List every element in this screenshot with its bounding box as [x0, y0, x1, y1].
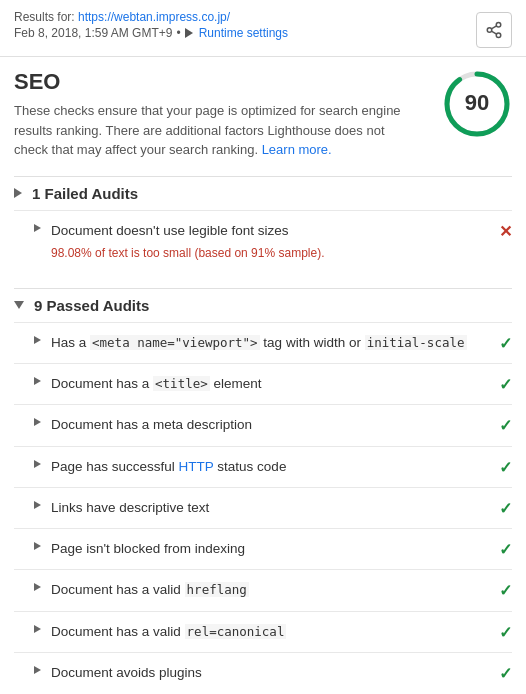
audit-chevron-icon — [34, 666, 41, 674]
failed-section-header[interactable]: 1 Failed Audits — [14, 176, 512, 210]
audit-text: Document doesn't use legible font sizes … — [51, 221, 489, 262]
audit-text-canonical: Document has a valid rel=canonical — [51, 622, 489, 642]
audit-status-fail: ✕ — [499, 222, 512, 241]
code-title: <title> — [153, 376, 210, 391]
header: Results for: https://webtan.impress.co.j… — [0, 0, 526, 57]
results-for-line: Results for: https://webtan.impress.co.j… — [14, 10, 466, 24]
audit-status-pass: ✓ — [499, 375, 512, 394]
audit-label: Document doesn't use legible font sizes — [51, 221, 489, 241]
share-button[interactable] — [476, 12, 512, 48]
audit-error-detail: 98.08% of text is too small (based on 91… — [51, 244, 489, 262]
results-url[interactable]: https://webtan.impress.co.jp/ — [78, 10, 230, 24]
seo-description-text: These checks ensure that your page is op… — [14, 103, 401, 157]
chevron-down-icon — [14, 301, 24, 309]
audit-chevron-icon — [34, 542, 41, 550]
separator: • — [176, 26, 180, 40]
audit-text-hreflang: Document has a valid hreflang — [51, 580, 489, 600]
svg-point-2 — [496, 33, 501, 38]
check-icon: ✓ — [499, 459, 512, 476]
audit-item-meta-desc: Document has a meta description ✓ — [14, 404, 512, 445]
audit-status-pass: ✓ — [499, 416, 512, 435]
passed-section-title: 9 Passed Audits — [34, 297, 149, 314]
passed-section-header[interactable]: 9 Passed Audits — [14, 288, 512, 322]
code-meta-viewport: <meta name="viewport"> — [90, 335, 260, 350]
timestamp-text: Feb 8, 2018, 1:59 AM GMT+9 — [14, 26, 172, 40]
audit-text-meta-desc: Document has a meta description — [51, 415, 489, 435]
audit-chevron-icon — [34, 336, 41, 344]
audit-status-pass: ✓ — [499, 458, 512, 477]
svg-point-1 — [487, 28, 492, 33]
audit-item-plugins: Document avoids plugins ✓ — [14, 652, 512, 693]
check-icon: ✓ — [499, 376, 512, 393]
audit-text-title: Document has a <title> element — [51, 374, 489, 394]
code-canonical: rel=canonical — [185, 624, 287, 639]
main-content: SEO These checks ensure that your page i… — [0, 57, 526, 694]
svg-point-0 — [496, 23, 501, 28]
svg-line-4 — [491, 26, 496, 29]
audit-item-hreflang: Document has a valid hreflang ✓ — [14, 569, 512, 610]
check-icon: ✓ — [499, 541, 512, 558]
chevron-right-icon — [14, 188, 22, 198]
check-icon: ✓ — [499, 624, 512, 641]
failed-section-title: 1 Failed Audits — [32, 185, 138, 202]
audit-text-indexing: Page isn't blocked from indexing — [51, 539, 489, 559]
svg-line-3 — [491, 31, 496, 34]
audit-chevron-icon — [34, 625, 41, 633]
audit-status-pass: ✓ — [499, 540, 512, 559]
audit-status-pass: ✓ — [499, 664, 512, 683]
score-value: 90 — [465, 90, 489, 115]
check-icon: ✓ — [499, 665, 512, 682]
audit-item-title: Document has a <title> element ✓ — [14, 363, 512, 404]
timestamp-line: Feb 8, 2018, 1:59 AM GMT+9 • Runtime set… — [14, 26, 466, 40]
audit-status-pass: ✓ — [499, 334, 512, 353]
play-icon — [185, 28, 193, 38]
header-left: Results for: https://webtan.impress.co.j… — [14, 10, 466, 40]
audit-status-pass: ✓ — [499, 581, 512, 600]
audit-text-plugins: Document avoids plugins — [51, 663, 489, 683]
audit-chevron-icon — [34, 460, 41, 468]
code-initial-scale: initial-scale — [365, 335, 467, 350]
audit-item-indexing: Page isn't blocked from indexing ✓ — [14, 528, 512, 569]
check-icon: ✓ — [499, 417, 512, 434]
code-hreflang: hreflang — [185, 582, 249, 597]
check-icon: ✓ — [499, 500, 512, 517]
audit-text-http-status: Page has successful HTTP status code — [51, 457, 489, 477]
learn-more-link[interactable]: Learn more. — [262, 142, 332, 157]
audit-item-http-status: Page has successful HTTP status code ✓ — [14, 446, 512, 487]
runtime-settings-link[interactable]: Runtime settings — [199, 26, 288, 40]
http-highlight: HTTP — [179, 459, 214, 474]
audit-text-viewport: Has a <meta name="viewport"> tag with wi… — [51, 333, 489, 353]
audit-item: Document doesn't use legible font sizes … — [14, 210, 512, 272]
audit-chevron-icon — [34, 583, 41, 591]
failed-section: 1 Failed Audits Document doesn't use leg… — [14, 176, 512, 272]
audit-text-links: Links have descriptive text — [51, 498, 489, 518]
audit-item-canonical: Document has a valid rel=canonical ✓ — [14, 611, 512, 652]
audit-item-links: Links have descriptive text ✓ — [14, 487, 512, 528]
x-icon: ✕ — [499, 223, 512, 240]
score-circle: 90 — [442, 69, 512, 139]
audit-chevron-icon — [34, 501, 41, 509]
seo-description: These checks ensure that your page is op… — [14, 101, 414, 160]
seo-header: SEO These checks ensure that your page i… — [14, 69, 512, 160]
audit-chevron-icon — [34, 377, 41, 385]
seo-title: SEO — [14, 69, 414, 95]
results-for-label: Results for: — [14, 10, 75, 24]
check-icon: ✓ — [499, 335, 512, 352]
passed-section: 9 Passed Audits Has a <meta name="viewpo… — [14, 288, 512, 693]
seo-info: SEO These checks ensure that your page i… — [14, 69, 414, 160]
audit-chevron-icon — [34, 418, 41, 426]
audit-chevron-icon — [34, 224, 41, 232]
share-icon — [485, 21, 503, 39]
audit-status-pass: ✓ — [499, 623, 512, 642]
audit-status-pass: ✓ — [499, 499, 512, 518]
check-icon: ✓ — [499, 582, 512, 599]
audit-item-viewport: Has a <meta name="viewport"> tag with wi… — [14, 322, 512, 363]
